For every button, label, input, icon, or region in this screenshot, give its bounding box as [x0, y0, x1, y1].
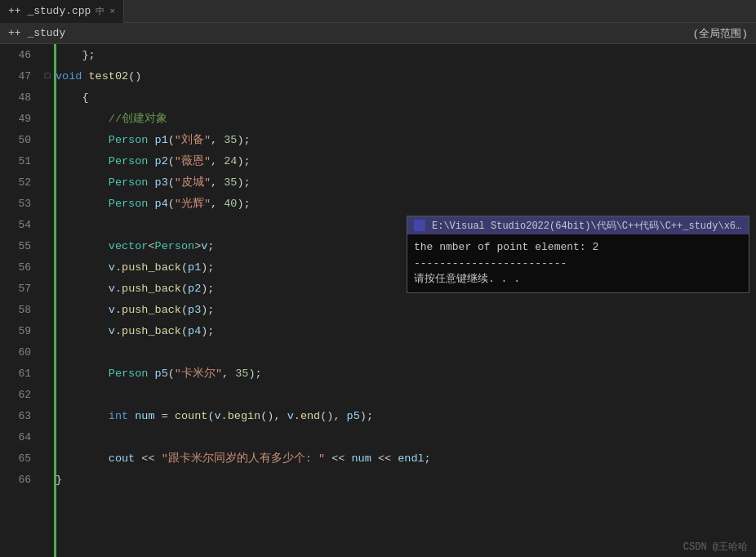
code-content: int num = count(v.begin(), v.end(), p5); — [54, 410, 756, 422]
scope-dropdown-right[interactable]: (全局范围) — [692, 26, 748, 41]
code-content: cout << "跟卡米尔同岁的人有多少个: " << num << endl; — [54, 451, 756, 466]
line-number: 62 — [0, 389, 41, 401]
code-line: 50 Person p1("刘备", 35); — [0, 129, 756, 150]
code-line: 47□void test02() — [0, 65, 756, 87]
line-number: 52 — [0, 176, 41, 189]
console-popup: E:\Visual Studio2022(64bit)\代码\C++代码\C++… — [407, 216, 749, 293]
line-number: 47 — [0, 70, 41, 82]
code-content: void test02() — [54, 70, 756, 82]
line-number: 58 — [0, 304, 41, 316]
code-line: 64 — [0, 426, 756, 448]
watermark: CSDN @王哈哈 — [683, 540, 748, 554]
code-line: 63 int num = count(v.begin(), v.end(), p… — [0, 405, 756, 426]
line-number: 50 — [0, 134, 41, 146]
tab-close-button[interactable]: × — [109, 7, 115, 16]
line-number: 65 — [0, 452, 41, 465]
line-number: 59 — [0, 325, 41, 337]
console-title-text: E:\Visual Studio2022(64bit)\代码\C++代码\C++… — [432, 219, 742, 233]
code-line: 52 Person p3("皮城", 35); — [0, 172, 756, 193]
console-output-line1: the nmber of point element: 2 — [414, 239, 742, 256]
code-editor: 46 };47□void test02()48 {49 //创建对象50 Per… — [0, 44, 756, 557]
console-output-line3: 请按任意键继续. . . — [414, 271, 742, 287]
line-number: 56 — [0, 261, 41, 274]
line-number: 55 — [0, 240, 41, 252]
code-line: 66} — [0, 469, 756, 490]
line-number: 46 — [0, 49, 41, 61]
code-line: 58 v.push_back(p3); — [0, 299, 756, 320]
collapse-indicator[interactable]: □ — [41, 71, 54, 81]
code-line: 48 { — [0, 87, 756, 108]
code-content: Person p3("皮城", 35); — [54, 175, 756, 189]
line-number: 53 — [0, 198, 41, 210]
line-number: 63 — [0, 410, 41, 422]
code-line: 49 //创建对象 — [0, 108, 756, 129]
console-output-line2: ------------------------ — [414, 256, 742, 272]
console-body: the nmber of point element: 2 ----------… — [407, 234, 749, 292]
code-content: v.push_back(p3); — [54, 304, 756, 316]
line-number: 57 — [0, 283, 41, 295]
line-number: 60 — [0, 346, 41, 359]
title-bar: ++ _study.cpp 中 × — [0, 0, 756, 23]
code-content: { — [54, 91, 756, 104]
code-line: 53 Person p4("光辉", 40); — [0, 193, 756, 214]
line-number: 64 — [0, 431, 41, 443]
line-number: 54 — [0, 219, 41, 231]
scope-dropdown-left[interactable]: ++ _study — [8, 27, 65, 39]
line-number: 51 — [0, 155, 41, 167]
code-line: 60 — [0, 341, 756, 363]
console-app-icon — [414, 220, 425, 231]
code-content: Person p1("刘备", 35); — [54, 132, 756, 147]
code-line: 61 Person p5("卡米尔", 35); — [0, 363, 756, 384]
code-line: 59 v.push_back(p4); — [0, 320, 756, 341]
code-content: v.push_back(p4); — [54, 325, 756, 337]
line-number: 49 — [0, 113, 41, 125]
dropdown-bar: ++ _study (全局范围) — [0, 23, 756, 44]
code-line: 62 — [0, 384, 756, 405]
code-content: Person p5("卡米尔", 35); — [54, 366, 756, 381]
tab-modified-indicator: 中 — [96, 5, 105, 17]
code-line: 46 }; — [0, 44, 756, 65]
code-content: }; — [54, 49, 756, 61]
line-number: 66 — [0, 474, 41, 486]
line-number: 48 — [0, 91, 41, 104]
code-content: //创建对象 — [54, 111, 756, 126]
code-content: Person p2("薇恩", 24); — [54, 154, 756, 168]
console-title-bar: E:\Visual Studio2022(64bit)\代码\C++代码\C++… — [407, 216, 749, 234]
code-line: 65 cout << "跟卡米尔同岁的人有多少个: " << num << en… — [0, 448, 756, 469]
code-content: } — [54, 474, 756, 486]
code-content: Person p4("光辉", 40); — [54, 196, 756, 211]
tab-filename: ++ _study.cpp — [8, 5, 91, 17]
file-tab[interactable]: ++ _study.cpp 中 × — [0, 0, 124, 23]
line-number: 61 — [0, 368, 41, 380]
code-line: 51 Person p2("薇恩", 24); — [0, 150, 756, 172]
